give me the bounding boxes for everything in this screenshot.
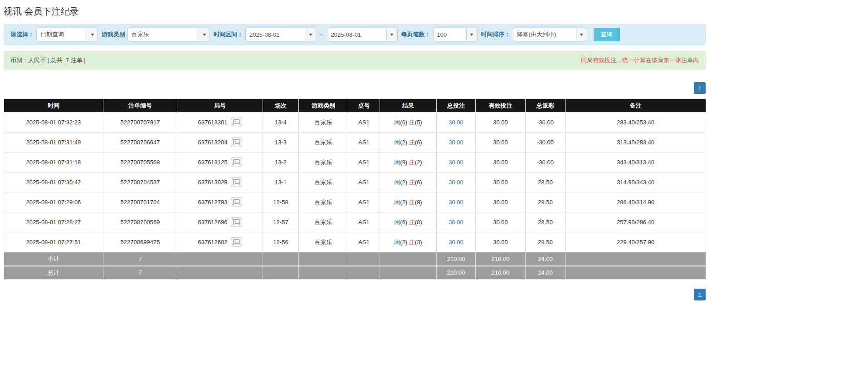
pagination-page-button[interactable]: 1 (694, 82, 706, 94)
column-header: 有效投注 (476, 99, 526, 113)
footer-empty-cell (380, 266, 437, 280)
total-bet-cell: 30.00 (437, 172, 476, 192)
banker-result-score: (8) (415, 219, 422, 226)
column-header: 场次 (263, 99, 299, 113)
banker-result-score: (2) (415, 159, 422, 166)
roadmap-image-button[interactable] (231, 118, 242, 127)
total-bet-link[interactable]: 30.00 (449, 219, 463, 226)
picture-icon (233, 219, 240, 225)
page-size-dropdown-button[interactable] (467, 28, 478, 41)
game-type-cell: 百家乐 (299, 153, 348, 172)
roadmap-image-button[interactable] (231, 217, 242, 227)
game-type-combo (127, 28, 210, 41)
range-separator: ~ (320, 31, 323, 38)
result-cell: 闲(6) 庄(8) (380, 212, 437, 232)
pagination-top: 1 (4, 82, 706, 94)
payout-cell: 28.50 (526, 212, 566, 232)
total-bet-cell: 30.00 (437, 113, 476, 133)
result-cell: 闲(6) 庄(5) (380, 113, 437, 133)
total-bet-cell: 30.00 (437, 232, 476, 252)
table-row: 2025-08-01 07:31:49522700706647637613204… (4, 133, 706, 153)
chevron-down-icon (470, 34, 473, 36)
chevron-down-icon (309, 34, 312, 36)
query-type-combo (36, 28, 98, 41)
total-bet-cell: 30.00 (437, 192, 476, 212)
total-bet-link[interactable]: 30.00 (449, 239, 463, 246)
picture-icon (233, 199, 240, 205)
game-type-cell: 百家乐 (299, 232, 348, 252)
session-cell: 13-1 (263, 172, 299, 192)
valid-bet-cell: 30.00 (476, 172, 526, 192)
sort-order-input[interactable] (513, 28, 576, 41)
time-cell: 2025-08-01 07:30:42 (4, 172, 103, 192)
payout-cell: 28.50 (526, 232, 566, 252)
total-bet-link[interactable]: 30.00 (449, 179, 463, 186)
player-result-score: (6) (400, 119, 407, 126)
query-type-input[interactable] (36, 28, 87, 41)
date-from-input[interactable] (245, 28, 305, 41)
chevron-down-icon (580, 34, 583, 36)
player-result-label: 闲 (394, 159, 400, 166)
footer-total-bet-cell: 210.00 (437, 252, 476, 266)
column-header: 备注 (566, 99, 706, 113)
game-type-label: 游戏类别 (102, 30, 125, 39)
total-bet-link[interactable]: 30.00 (449, 119, 463, 126)
round-cell: 637612793 (177, 192, 263, 212)
payout-cell: 28.50 (526, 172, 566, 192)
game-type-input[interactable] (127, 28, 199, 41)
column-header: 结果 (380, 99, 437, 113)
picture-icon (233, 239, 240, 245)
game-type-cell: 百家乐 (299, 172, 348, 192)
round-number: 637613125 (198, 159, 227, 166)
table-row: 2025-08-01 07:28:27522700700569637612696… (4, 212, 706, 232)
total-bet-cell: 30.00 (437, 133, 476, 153)
page: 视讯 会员下注纪录 请选择： 游戏类别 时间区间： ~ (0, 0, 868, 311)
footer-empty-cell (348, 252, 380, 266)
column-header: 总投注 (437, 99, 476, 113)
date-from-dropdown-button[interactable] (305, 28, 316, 41)
table-row: 2025-08-01 07:31:18522700705568637613125… (4, 153, 706, 172)
picture-icon (233, 119, 240, 125)
roadmap-image-button[interactable] (231, 237, 242, 247)
footer-empty-cell (177, 252, 263, 266)
chevron-down-icon (203, 34, 206, 36)
table-row: 2025-08-01 07:27:51522700699475637612602… (4, 232, 706, 252)
pagination-page-button[interactable]: 1 (694, 289, 706, 300)
round-cell: 637613301 (177, 113, 263, 133)
game-type-cell: 百家乐 (299, 192, 348, 212)
query-type-dropdown-button[interactable] (87, 28, 98, 41)
remark-cell: 286.40/314.90 (566, 192, 706, 212)
session-cell: 13-3 (263, 133, 299, 153)
time-cell: 2025-08-01 07:31:49 (4, 133, 103, 153)
footer-remark-cell (566, 266, 706, 280)
player-result-label: 闲 (394, 199, 400, 206)
footer-empty-cell (177, 266, 263, 280)
sort-order-dropdown-button[interactable] (576, 28, 587, 41)
remark-cell: 283.40/253.40 (566, 113, 706, 133)
date-to-input[interactable] (327, 28, 387, 41)
roadmap-image-button[interactable] (231, 157, 242, 167)
total-bet-link[interactable]: 30.00 (449, 199, 463, 206)
roadmap-image-button[interactable] (231, 197, 242, 207)
payout-cell: -30.00 (526, 113, 566, 133)
banker-result-score: (5) (415, 119, 422, 126)
roadmap-image-button[interactable] (231, 138, 242, 147)
date-to-dropdown-button[interactable] (387, 28, 398, 41)
game-type-dropdown-button[interactable] (199, 28, 210, 41)
payout-cell: -30.00 (526, 153, 566, 172)
player-result-label: 闲 (394, 139, 400, 146)
bet-records-table: 时间注单编号局号场次游戏类别桌号结果总投注有效投注总派彩备注 2025-08-0… (4, 98, 706, 280)
roadmap-image-button[interactable] (231, 177, 242, 187)
round-number: 637612793 (198, 199, 227, 206)
total-bet-link[interactable]: 30.00 (449, 139, 463, 146)
round-cell: 637612696 (177, 212, 263, 232)
player-result-label: 闲 (394, 239, 400, 246)
footer-empty-cell (299, 266, 348, 280)
summary-notice: 同局有效投注，统一计算在该局第一张注单内 (581, 56, 699, 64)
total-bet-cell: 30.00 (437, 212, 476, 232)
valid-bet-cell: 30.00 (476, 192, 526, 212)
total-bet-link[interactable]: 30.00 (449, 159, 463, 166)
search-button[interactable]: 查询 (594, 28, 620, 41)
valid-bet-cell: 30.00 (476, 212, 526, 232)
page-size-input[interactable] (433, 28, 467, 41)
